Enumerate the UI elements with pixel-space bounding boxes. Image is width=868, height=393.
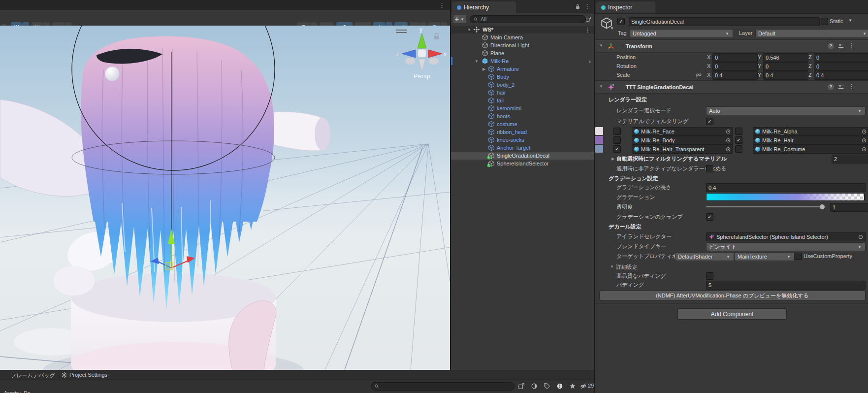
alpha-slider[interactable] [706,206,823,207]
project-breadcrumb[interactable]: Assets ▸ Re [4,390,102,393]
hq-padding-checkbox[interactable] [706,272,713,280]
render-mode-icon[interactable] [531,383,538,390]
foldout-icon[interactable] [466,28,472,32]
hierarchy-row[interactable]: Body [451,73,595,81]
hierarchy-row[interactable]: Directional Light [451,41,595,49]
hierarchy-row-prefab-root[interactable]: Milk-Re [451,57,595,65]
project-search-input[interactable] [371,382,514,391]
material-field[interactable]: Milk-Re_Alpha [753,127,868,136]
hierarchy-row[interactable]: SphereIslandSelector [451,160,595,167]
material-checkbox[interactable]: ✓ [735,136,742,144]
panel-divider[interactable] [594,0,595,393]
gameobject-icon-dropdown[interactable] [609,26,615,31]
hierarchy-row[interactable]: Anchor Target [451,144,595,152]
persp-label[interactable]: Persp [414,72,430,80]
tag-dropdown[interactable]: Untagged [630,29,733,38]
position-z-field[interactable]: 0 [814,53,868,62]
hierarchy-row[interactable]: ribbon_head [451,128,595,136]
material-checkbox[interactable] [613,128,621,135]
star-icon[interactable] [569,383,576,390]
foldout-icon[interactable] [474,59,480,64]
search-expand-icon[interactable] [585,16,591,22]
foldout-icon[interactable] [609,264,615,269]
exclaim-icon[interactable] [556,383,563,390]
auto-filter-count-field[interactable]: 2 [832,155,868,164]
padding-field[interactable]: 5 [706,281,866,290]
static-dropdown[interactable] [847,18,853,23]
ndmf-preview-toggle-button[interactable]: (NDMF) AfterUVModification-Phase のプレビューを… [599,291,866,300]
object-picker-icon[interactable] [726,137,731,144]
scale-y-field[interactable]: 0.4 [763,71,808,80]
hierarchy-row[interactable]: tail [451,97,595,104]
include-inactive-checkbox[interactable] [706,165,713,172]
hierarchy-row-scene[interactable]: WS* [451,26,595,33]
material-filter-checkbox[interactable]: ✓ [706,118,713,125]
object-picker-icon[interactable] [726,128,731,135]
object-picker-icon[interactable] [858,233,863,240]
material-thumbnail[interactable] [595,136,603,144]
rotation-x-field[interactable]: 0 [712,62,758,71]
material-checkbox[interactable] [735,128,742,135]
constrain-proportions-icon[interactable] [695,71,702,78]
material-thumbnail[interactable] [595,145,603,153]
gradient-editor[interactable] [706,193,865,201]
object-picker-icon[interactable] [862,128,867,135]
hierarchy-row[interactable]: Armature [451,65,595,73]
target-texture-dropdown[interactable]: MainTexture [735,252,795,261]
material-checkbox[interactable] [735,145,742,153]
expand-window-icon[interactable] [518,383,525,390]
foldout-icon[interactable] [481,67,487,71]
position-x-field[interactable]: 0 [712,53,758,62]
position-y-field[interactable]: 0.546 [763,53,808,62]
help-icon[interactable] [828,43,834,49]
lock-icon[interactable] [575,3,581,10]
hierarchy-row[interactable]: costume [451,120,595,128]
material-field[interactable]: Milk-Re_Hair_Transparent [632,145,733,154]
frame-debug-label[interactable]: フレームデバッグ [11,372,55,379]
rotation-y-field[interactable]: 0 [763,62,808,71]
hierarchy-row[interactable]: Plane [451,49,595,57]
active-checkbox[interactable]: ✓ [617,18,625,25]
hidden-count-eye-icon[interactable] [580,383,587,390]
object-picker-icon[interactable] [862,137,867,144]
tag-icon[interactable] [544,383,550,390]
material-field[interactable]: Milk-Re_Body [632,136,733,145]
hierarchy-row[interactable]: kemomimi [451,104,595,112]
foldout-icon[interactable] [598,43,604,48]
hierarchy-row[interactable]: body_2 [451,81,595,89]
material-thumbnail[interactable] [595,127,603,135]
material-field[interactable]: Milk-Re_Costume [753,145,868,154]
material-field[interactable]: Milk-Re_Face [632,127,733,136]
preset-icon[interactable] [837,84,844,91]
hierarchy-search-input[interactable]: All [470,15,586,23]
rotation-z-field[interactable]: 0 [814,62,868,71]
material-checkbox[interactable]: ✓ [613,145,621,153]
foldout-icon[interactable] [610,157,616,161]
target-shader-dropdown[interactable]: DefaultShader [675,252,734,261]
hierarchy-row[interactable]: boots [451,112,595,120]
preset-icon[interactable] [837,43,844,50]
island-selector-field[interactable]: SphereIslandSelector (Sphere Island Sele… [706,232,866,241]
hierarchy-row[interactable]: Main Camera [451,33,595,41]
hierarchy-menu-icon[interactable] [584,2,590,10]
material-field[interactable]: Milk-Re_Hair [753,136,868,145]
component-menu-icon[interactable] [848,42,855,49]
name-field[interactable]: SingleGradationDecal [629,17,820,26]
clamp-checkbox[interactable]: ✓ [706,213,713,221]
use-custom-property-checkbox[interactable] [795,253,802,260]
object-picker-icon[interactable] [726,146,731,153]
static-checkbox[interactable] [821,18,828,25]
scene-menu-icon[interactable] [439,1,445,9]
grad-length-field[interactable]: 0.4 [706,183,866,192]
ttt-component-header[interactable]: TTT SingleGradationDecal [595,81,868,94]
hierarchy-row[interactable]: knee-socks [451,136,595,144]
renderer-mode-dropdown[interactable]: Auto [706,106,866,115]
project-settings-label[interactable]: Project Settings [69,372,107,378]
component-menu-icon[interactable] [848,83,855,90]
scene-menu-icon[interactable] [584,26,591,33]
add-component-button[interactable]: Add Component [677,308,787,320]
prefab-open-chevron[interactable] [589,58,591,65]
blend-type-dropdown[interactable]: ピンライト [706,242,866,251]
help-icon[interactable] [828,84,834,90]
material-checkbox[interactable] [613,136,621,144]
